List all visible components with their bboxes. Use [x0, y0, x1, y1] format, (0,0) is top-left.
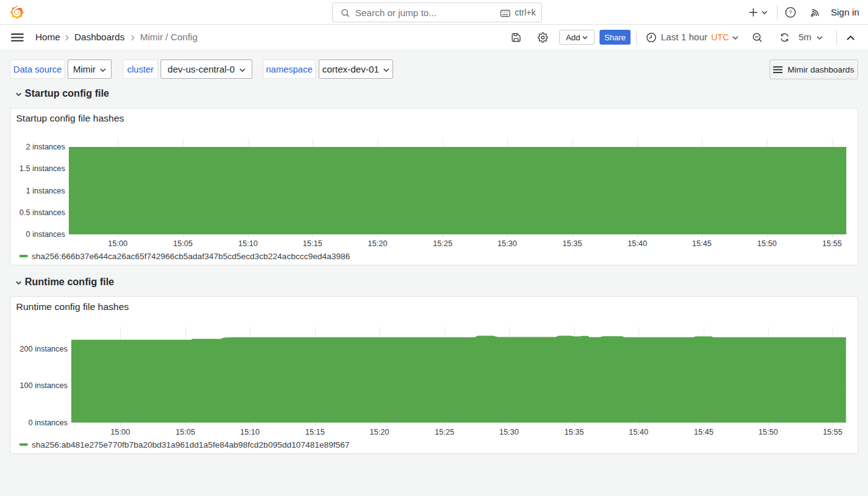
svg-text:?: ?: [789, 9, 792, 16]
